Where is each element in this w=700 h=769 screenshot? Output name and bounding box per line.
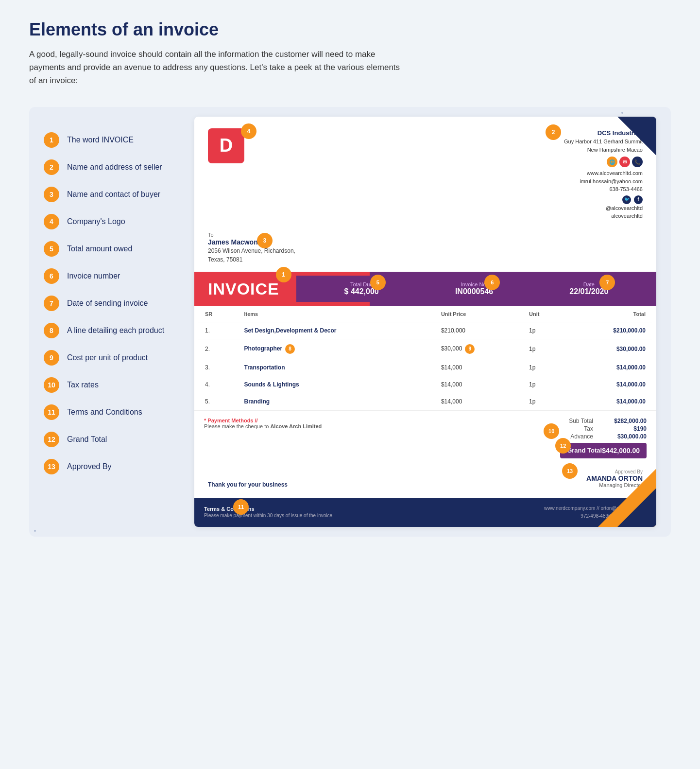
sr-2: 2. xyxy=(198,339,237,359)
legend-label-8: A line detailing each product xyxy=(67,326,164,335)
items-table-wrapper: SRItemsUnit PriceUnitTotal 1.Set Design,… xyxy=(194,306,656,410)
invoice-title-bar: INVOICE 1 Total Due $ 442,000 5 Invoice … xyxy=(194,272,656,306)
badge-7: 7 xyxy=(599,275,615,290)
legend-item-8: 8 A line detailing each product xyxy=(44,317,180,344)
to-label: To xyxy=(208,232,643,238)
footer-left: 11 Terms & Conditions Please make paymen… xyxy=(204,506,334,518)
legend-badge-9: 9 xyxy=(44,350,59,366)
badge-4: 4 xyxy=(241,123,256,139)
invoice-panel: D 4 2 DCS Industries Guy Harbor 411 Gerh… xyxy=(194,117,656,527)
page-subtitle: A good, legally-sound invoice should con… xyxy=(29,48,408,87)
table-row: 1.Set Design,Development & Decor$210,000… xyxy=(198,322,652,339)
legend-label-10: Tax rates xyxy=(67,381,99,389)
invoice-header: D 4 2 DCS Industries Guy Harbor 411 Gerh… xyxy=(194,117,656,232)
item-text-4: Sounds & Lightings xyxy=(244,381,299,388)
legend-item-4: 4 Company's Logo xyxy=(44,208,180,235)
totals-section: * Payment Methods // Please make the che… xyxy=(194,410,656,465)
unit-price-4: $14,000 xyxy=(434,376,522,393)
unit-5: 1p xyxy=(522,393,567,410)
legend-item-5: 5 Total amount owed xyxy=(44,235,180,262)
legend-badge-5: 5 xyxy=(44,241,59,257)
phone-icon: 📞 xyxy=(632,157,643,167)
invoice-footer: 11 Terms & Conditions Please make paymen… xyxy=(194,498,656,527)
corner-triangle-top-right xyxy=(617,117,656,156)
item-text-1: Set Design,Development & Decor xyxy=(244,327,336,334)
legend-badge-11: 11 xyxy=(44,404,59,420)
payment-asterisk: * Payment Methods // xyxy=(204,418,258,423)
badge-9: 9 xyxy=(465,344,475,354)
table-row: 3.Transportation$14,0001p$14,000.00 xyxy=(198,359,652,376)
table-row: 4.Sounds & Lightings$14,0001p$14,000.00 xyxy=(198,376,652,393)
total-5: $14,000.00 xyxy=(567,393,652,410)
dot-grid-bottom-left: for(let i=0;i<35;i++) document.currentSc… xyxy=(34,530,73,532)
badge-1: 1 xyxy=(276,267,291,282)
th-unit-price: Unit Price xyxy=(434,306,522,322)
tax-label: Tax xyxy=(584,425,593,432)
unit-price-3: $14,000 xyxy=(434,359,522,376)
main-container: for(let i=0;i<48;i++) document.currentSc… xyxy=(29,107,671,537)
company-logo: D 4 xyxy=(208,128,252,167)
badge-5: 5 xyxy=(370,275,386,290)
legend-item-2: 2 Name and address of seller xyxy=(44,154,180,181)
legend-label-9: Cost per unit of product xyxy=(67,353,148,362)
legend-badge-6: 6 xyxy=(44,268,59,284)
logo-letter: D xyxy=(208,128,244,163)
legend-label-13: Approved By xyxy=(67,462,112,471)
legend-badge-12: 12 xyxy=(44,432,59,447)
payment-bold: Alcove Arch Limited xyxy=(270,423,322,429)
unit-4: 1p xyxy=(522,376,567,393)
legend-item-12: 12 Grand Total xyxy=(44,426,180,453)
invoice-word: INVOICE 1 xyxy=(194,272,296,306)
item-name-5: Branding xyxy=(237,393,434,410)
legend-item-7: 7 Date of sending invoice xyxy=(44,290,180,317)
grand-total-value: $442,000.00 xyxy=(602,447,640,454)
legend-panel: 1 The word INVOICE 2 Name and address of… xyxy=(29,107,194,537)
badge-10: 10 xyxy=(544,423,559,439)
buyer-section: To James Macwon 3 2056 Wilson Avenue, Ri… xyxy=(194,232,656,272)
legend-label-6: Invoice number xyxy=(67,272,120,280)
total-4: $14,000.00 xyxy=(567,376,652,393)
payment-text: Please make the cheque to xyxy=(204,423,269,429)
date-block: Date 22/01/2020 7 xyxy=(569,281,608,296)
th-sr: SR xyxy=(198,306,237,322)
items-table: SRItemsUnit PriceUnitTotal 1.Set Design,… xyxy=(198,306,652,410)
company-email: imrul.hossain@yahoo.com xyxy=(564,177,643,186)
grand-total-bar: 12 Grand Total $442,000.00 xyxy=(560,443,647,458)
badge-3: 3 xyxy=(257,233,273,248)
item-text-5: Branding xyxy=(244,398,270,405)
legend-item-10: 10 Tax rates xyxy=(44,371,180,399)
th-total: Total xyxy=(567,306,652,322)
item-name-2: Photographer8 xyxy=(237,339,434,359)
terms-text: Please make payment within 30 days of is… xyxy=(204,513,334,518)
invoice-no-block: Invoice No. IN0000546 6 xyxy=(455,281,493,296)
thank-you: Thank you for your business xyxy=(198,477,297,492)
badge-12: 12 xyxy=(555,438,571,454)
legend-badge-7: 7 xyxy=(44,296,59,311)
globe-icon: 🌐 xyxy=(607,157,617,167)
legend-item-11: 11 Terms and Conditions xyxy=(44,399,180,426)
mail-icon: ✉ xyxy=(619,157,630,167)
social-icons: 🐦 f xyxy=(564,195,643,204)
unit-price-2: $30,0009 xyxy=(434,339,522,359)
unit-price-1: $210,000 xyxy=(434,322,522,339)
badge-2: 2 xyxy=(546,124,561,140)
legend-badge-3: 3 xyxy=(44,187,59,202)
legend-label-4: Company's Logo xyxy=(67,217,125,226)
dot-grid-top-right: for(let i=0;i<48;i++) document.currentSc… xyxy=(621,112,666,114)
unit-2: 1p xyxy=(522,339,567,359)
payment-info: * Payment Methods // Please make the che… xyxy=(204,418,322,458)
advance-value: $30,000.00 xyxy=(603,433,647,440)
unit-3: 1p xyxy=(522,359,567,376)
th-unit: Unit xyxy=(522,306,567,322)
table-row: 5.Branding$14,0001p$14,000.00 xyxy=(198,393,652,410)
legend-badge-1: 1 xyxy=(44,132,59,148)
item-name-3: Transportation xyxy=(237,359,434,376)
sr-3: 3. xyxy=(198,359,237,376)
subtotal-value: $282,000.00 xyxy=(603,418,647,424)
total-2: $30,000.00 xyxy=(567,339,652,359)
total-due-block: Total Due $ 442,000 5 xyxy=(344,281,379,296)
company-facebook: alcovearchltd xyxy=(564,212,643,220)
total-1: $210,000.00 xyxy=(567,322,652,339)
legend-label-3: Name and contact of buyer xyxy=(67,190,160,199)
badge-8: 8 xyxy=(285,344,295,354)
